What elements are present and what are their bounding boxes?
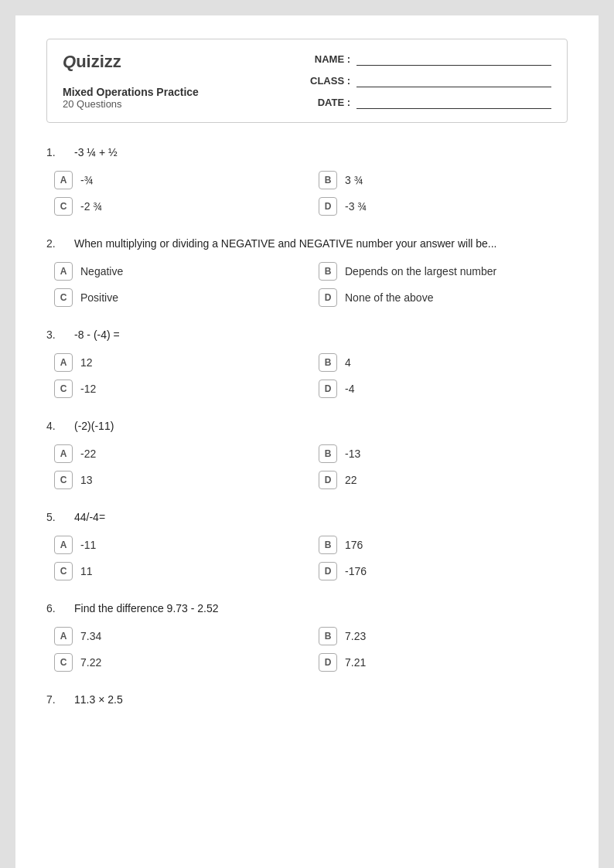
option[interactable]: A7.34 xyxy=(54,627,303,645)
option-text: 7.34 xyxy=(80,630,101,642)
questions-container: 1.-3 ¼ + ½A-¾B3 ¾C-2 ¾D-3 ¾2.When multip… xyxy=(46,146,568,706)
option-text: -4 xyxy=(345,383,354,395)
option[interactable]: C13 xyxy=(54,471,303,489)
option[interactable]: C7.22 xyxy=(54,653,303,672)
option-letter: B xyxy=(319,627,337,645)
quiz-subtitle: 20 Questions xyxy=(63,98,199,110)
question-number: 1. xyxy=(46,146,65,158)
option[interactable]: B176 xyxy=(319,536,568,554)
class-field-row: CLASS : xyxy=(304,73,551,87)
option-letter: A xyxy=(54,262,73,281)
option-text: 176 xyxy=(345,539,363,551)
options-grid: A-¾B3 ¾C-2 ¾D-3 ¾ xyxy=(46,171,568,216)
option-text: 11 xyxy=(80,565,93,577)
option[interactable]: C-12 xyxy=(54,380,303,398)
question-body: (-2)(-11) xyxy=(74,420,114,432)
question-block: 3.-8 - (-4) =A12B4C-12D-4 xyxy=(46,328,568,398)
option[interactable]: B4 xyxy=(319,353,568,372)
question-number: 7. xyxy=(46,693,65,706)
option-letter: B xyxy=(319,353,337,372)
header-left: Q uizizz Mixed Operations Practice 20 Qu… xyxy=(63,52,199,110)
option[interactable]: B-13 xyxy=(319,444,568,463)
option-text: 7.23 xyxy=(345,630,366,642)
option-letter: D xyxy=(319,653,337,672)
option[interactable]: A12 xyxy=(54,353,303,372)
option-letter: D xyxy=(319,288,337,307)
option-letter: A xyxy=(54,171,73,189)
option-text: 3 ¾ xyxy=(345,174,363,186)
question-number: 5. xyxy=(46,511,65,523)
date-label: DATE : xyxy=(304,97,350,108)
question-block: 1.-3 ¼ + ½A-¾B3 ¾C-2 ¾D-3 ¾ xyxy=(46,146,568,216)
option[interactable]: D-176 xyxy=(319,562,568,580)
name-line xyxy=(356,52,551,66)
name-field-row: NAME : xyxy=(304,52,551,66)
question-number: 3. xyxy=(46,328,65,341)
question-body: When multiplying or dividing a NEGATIVE … xyxy=(74,237,496,250)
question-number: 6. xyxy=(46,602,65,614)
option-text: 4 xyxy=(345,356,351,369)
option[interactable]: D-3 ¾ xyxy=(319,197,568,216)
option[interactable]: B3 ¾ xyxy=(319,171,568,189)
question-body: -3 ¼ + ½ xyxy=(74,146,118,158)
question-body: 11.3 × 2.5 xyxy=(74,693,123,706)
option[interactable]: C-2 ¾ xyxy=(54,197,303,216)
option-letter: C xyxy=(54,471,73,489)
option-letter: D xyxy=(319,562,337,580)
question-block: 7.11.3 × 2.5 xyxy=(46,693,568,706)
question-text: 2.When multiplying or dividing a NEGATIV… xyxy=(46,237,568,250)
question-block: 4.(-2)(-11)A-22B-13C13D22 xyxy=(46,420,568,489)
options-grid: A7.34B7.23C7.22D7.21 xyxy=(46,627,568,672)
option[interactable]: A-22 xyxy=(54,444,303,463)
option-letter: D xyxy=(319,380,337,398)
question-text: 4.(-2)(-11) xyxy=(46,420,568,432)
option-text: None of the above xyxy=(345,291,433,304)
option[interactable]: CPositive xyxy=(54,288,303,307)
option[interactable]: ANegative xyxy=(54,262,303,281)
option-text: -2 ¾ xyxy=(80,200,102,213)
option[interactable]: A-¾ xyxy=(54,171,303,189)
date-line xyxy=(356,95,551,109)
option-text: Positive xyxy=(80,291,118,304)
option-letter: C xyxy=(54,380,73,398)
question-number: 2. xyxy=(46,237,65,250)
logo: Q uizizz xyxy=(63,52,199,72)
logo-uizizz: uizizz xyxy=(76,52,121,72)
option[interactable]: A-11 xyxy=(54,536,303,554)
question-text: 7.11.3 × 2.5 xyxy=(46,693,568,706)
option-letter: A xyxy=(54,353,73,372)
question-text: 6.Find the difference 9.73 - 2.52 xyxy=(46,602,568,614)
option[interactable]: BDepends on the largest number xyxy=(319,262,568,281)
option[interactable]: D22 xyxy=(319,471,568,489)
question-number: 4. xyxy=(46,420,65,432)
options-grid: A-11B176C11D-176 xyxy=(46,536,568,580)
option-text: -¾ xyxy=(80,174,93,186)
question-block: 5.44/-4=A-11B176C11D-176 xyxy=(46,511,568,580)
options-grid: ANegativeBDepends on the largest numberC… xyxy=(46,262,568,307)
option-text: 13 xyxy=(80,474,93,486)
header-right: NAME : CLASS : DATE : xyxy=(304,52,551,109)
option-letter: A xyxy=(54,627,73,645)
question-text: 3.-8 - (-4) = xyxy=(46,328,568,341)
page: Q uizizz Mixed Operations Practice 20 Qu… xyxy=(15,15,599,868)
option-letter: B xyxy=(319,444,337,463)
class-line xyxy=(356,73,551,87)
option[interactable]: DNone of the above xyxy=(319,288,568,307)
option-letter: B xyxy=(319,262,337,281)
class-label: CLASS : xyxy=(304,75,350,87)
option[interactable]: D-4 xyxy=(319,380,568,398)
option[interactable]: D7.21 xyxy=(319,653,568,672)
option-letter: C xyxy=(54,562,73,580)
date-field-row: DATE : xyxy=(304,95,551,109)
options-grid: A-22B-13C13D22 xyxy=(46,444,568,489)
question-body: Find the difference 9.73 - 2.52 xyxy=(74,602,219,614)
question-block: 2.When multiplying or dividing a NEGATIV… xyxy=(46,237,568,307)
options-grid: A12B4C-12D-4 xyxy=(46,353,568,398)
question-text: 5.44/-4= xyxy=(46,511,568,523)
question-text: 1.-3 ¼ + ½ xyxy=(46,146,568,158)
option-letter: A xyxy=(54,444,73,463)
option[interactable]: B7.23 xyxy=(319,627,568,645)
option-text: Depends on the largest number xyxy=(345,265,496,277)
option-letter: D xyxy=(319,197,337,216)
option[interactable]: C11 xyxy=(54,562,303,580)
